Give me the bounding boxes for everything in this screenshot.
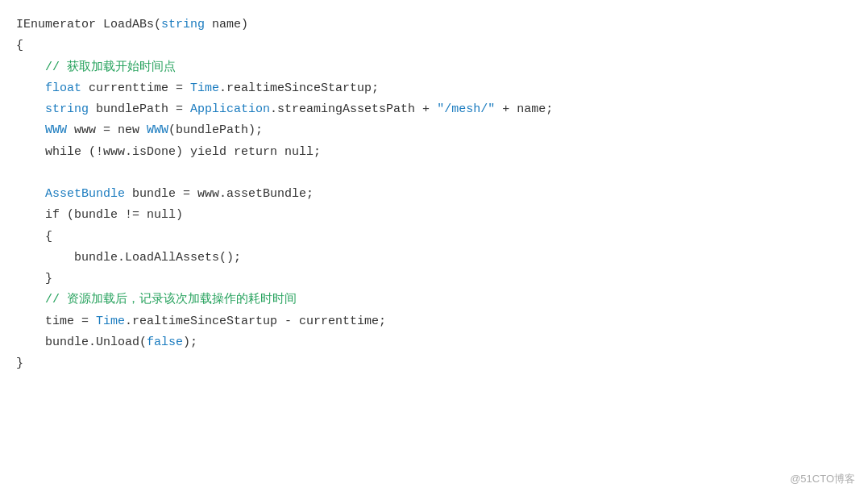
code-token: while: [45, 145, 81, 159]
code-token: WWW: [147, 123, 168, 137]
code-token: );: [183, 336, 197, 349]
code-line: }: [16, 353, 852, 374]
code-line: // 获取加载开始时间点: [16, 57, 852, 78]
code-line: WWW www = new WWW(bundlePath);: [16, 120, 852, 141]
code-line: {: [16, 35, 852, 56]
code-token: www = new: [67, 123, 147, 137]
code-token: bundle.Unload(: [16, 336, 147, 349]
code-token: .streamingAssetsPath +: [270, 102, 437, 116]
code-token: Time: [190, 81, 219, 95]
code-token: + name;: [495, 102, 553, 116]
code-line: float currenttime = Time.realtimeSinceSt…: [16, 78, 852, 99]
code-token: name): [205, 18, 248, 31]
code-line: AssetBundle bundle = www.assetBundle;: [16, 184, 852, 205]
code-line: if (bundle != null): [16, 205, 852, 226]
code-token: // 获取加载开始时间点: [16, 60, 176, 74]
code-token: currenttime =: [81, 81, 190, 95]
code-token: bundle.LoadAllAssets();: [16, 251, 241, 265]
code-token: false: [147, 336, 183, 349]
code-token: IEnumerator: [16, 18, 103, 31]
code-token: [16, 145, 45, 159]
code-token: (!www.isDone) yield return null;: [81, 145, 321, 159]
code-token: float: [45, 81, 81, 95]
code-token: (bundlePath);: [168, 123, 263, 137]
code-token: .realtimeSinceStartup;: [219, 81, 379, 95]
code-token: string: [161, 18, 205, 31]
code-line: }: [16, 269, 852, 290]
code-token: .realtimeSinceStartup - currenttime;: [125, 315, 386, 328]
code-line: bundle.Unload(false);: [16, 332, 852, 353]
code-token: Application: [190, 102, 270, 116]
code-token: {: [16, 230, 52, 244]
code-token: [16, 81, 45, 95]
code-token: [16, 102, 45, 116]
code-line: IEnumerator LoadABs(string name): [16, 15, 852, 35]
code-token: }: [16, 272, 52, 286]
code-token: }: [16, 356, 23, 370]
code-container: IEnumerator LoadABs(string name){ // 获取加…: [0, 0, 868, 496]
code-token: string: [45, 102, 89, 116]
code-line: while (!www.isDone) yield return null;: [16, 142, 852, 163]
code-line: time = Time.realtimeSinceStartup - curre…: [16, 311, 852, 332]
watermark: @51CTO博客: [790, 471, 855, 488]
code-line: string bundlePath = Application.streamin…: [16, 99, 852, 120]
code-token: [16, 187, 45, 201]
code-token: [16, 123, 45, 137]
code-block: IEnumerator LoadABs(string name){ // 获取加…: [16, 15, 852, 374]
code-token: if (bundle != null): [16, 208, 183, 222]
code-token: LoadABs: [103, 18, 154, 31]
code-token: {: [16, 39, 23, 52]
code-token: bundlePath =: [89, 102, 190, 116]
code-line: {: [16, 227, 852, 248]
code-token: // 资源加载后，记录该次加载操作的耗时时间: [16, 293, 297, 306]
code-token: WWW: [45, 123, 67, 137]
code-line: bundle.LoadAllAssets();: [16, 248, 852, 269]
code-token: "/mesh/": [437, 102, 495, 116]
code-line: [16, 163, 852, 184]
code-token: (: [154, 18, 161, 31]
code-token: bundle = www.assetBundle;: [125, 187, 314, 201]
code-token: time =: [16, 315, 96, 328]
code-line: // 资源加载后，记录该次加载操作的耗时时间: [16, 290, 852, 311]
code-token: AssetBundle: [45, 187, 125, 201]
code-token: Time: [96, 315, 125, 328]
